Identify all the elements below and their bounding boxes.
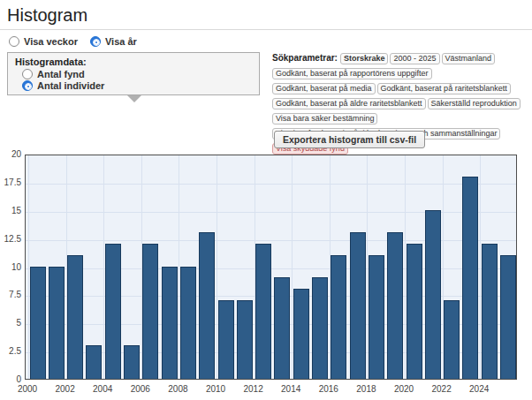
x-axis-tick-label: 2000 — [9, 384, 46, 394]
plot-area — [25, 155, 517, 380]
x-axis-tick-label: 2018 — [347, 384, 384, 394]
x-axis-tick-label: 2012 — [235, 384, 272, 394]
radio-icon[interactable] — [9, 36, 19, 47]
bar-2014[interactable] — [293, 289, 309, 379]
bar-2017[interactable] — [350, 232, 366, 379]
bar-2008[interactable] — [180, 267, 196, 380]
bar-2002[interactable] — [67, 255, 83, 379]
search-param-chip[interactable]: 2000 - 2025 — [390, 53, 439, 64]
bar-2000[interactable] — [30, 267, 46, 380]
radio-label: Visa år — [105, 36, 137, 47]
radio-label: Visa veckor — [24, 36, 78, 47]
x-axis-tick-label: 2010 — [197, 384, 234, 394]
x-axis-tick-label: 2014 — [272, 384, 309, 394]
collapse-arrow-icon[interactable] — [127, 95, 141, 102]
bar-2012[interactable] — [255, 244, 271, 379]
radio-label: Antal fynd — [37, 69, 85, 79]
x-axis-tick-label: 2020 — [385, 384, 422, 394]
x-axis-tick-label: 2016 — [310, 384, 347, 394]
bar-2006[interactable] — [142, 244, 158, 379]
export-csv-button[interactable]: Exportera histogram till csv-fil — [274, 131, 425, 148]
radio-label: Antal individer — [37, 80, 104, 91]
x-axis-tick-label: 2024 — [460, 384, 498, 394]
histogram-data-options: Antal fyndAntal individer — [15, 69, 252, 91]
view-toggle-group: Visa veckorVisa år — [9, 36, 137, 47]
search-param-chip[interactable]: Godkänt, baserat på äldre raritetsblanke… — [272, 98, 426, 109]
search-param-chip[interactable]: Godkänt, baserat på raritetsblankett — [377, 83, 511, 94]
y-axis-tick-label: 15 — [0, 206, 21, 215]
bar-2022[interactable] — [444, 300, 460, 379]
x-axis-tick-label: 2008 — [159, 384, 196, 394]
bar-2011[interactable] — [237, 300, 253, 379]
histogram-data-option-antal-fynd[interactable]: Antal fynd — [22, 69, 252, 79]
view-option-visa-r[interactable]: Visa år — [90, 36, 137, 47]
y-axis-tick-label: 2.5 — [0, 346, 21, 356]
search-param-chip[interactable]: Storskrake — [340, 53, 389, 64]
bar-2023[interactable] — [462, 177, 478, 380]
search-param-chip[interactable]: Godkänt, baserat på media — [272, 83, 376, 94]
histogram-chart: 02.557.51012.51517.520 20002002200420062… — [0, 152, 532, 400]
x-axis-tick-label: 2004 — [84, 384, 121, 394]
bar-2019[interactable] — [387, 232, 403, 379]
y-axis-tick-label: 17.5 — [0, 177, 21, 187]
page-title: Histogram — [7, 5, 87, 26]
bar-2003[interactable] — [86, 345, 102, 379]
radio-icon[interactable] — [22, 80, 33, 91]
y-axis-tick-label: 7.5 — [0, 290, 21, 299]
title-divider — [0, 29, 532, 30]
histogram-data-option-antal-individer[interactable]: Antal individer — [22, 80, 252, 91]
bar-2001[interactable] — [49, 267, 65, 380]
y-axis-tick-label: 5 — [0, 318, 21, 328]
radio-icon[interactable] — [90, 36, 101, 47]
bar-2018[interactable] — [369, 255, 384, 379]
bar-2004[interactable] — [105, 244, 121, 379]
bar-2020[interactable] — [407, 244, 422, 379]
y-axis-tick-label: 20 — [0, 149, 21, 159]
search-param-chip[interactable]: Visa bara säker bestämning — [272, 113, 377, 125]
histogram-data-fieldset: Histogramdata: Antal fyndAntal individer — [7, 52, 260, 95]
histogram-data-legend: Histogramdata: — [15, 57, 252, 67]
view-option-visa-veckor[interactable]: Visa veckor — [9, 36, 78, 47]
search-param-chip[interactable]: Säkerställd reproduktion — [428, 98, 521, 109]
radio-icon[interactable] — [22, 69, 33, 79]
bar-2025[interactable] — [500, 255, 516, 379]
search-param-chip[interactable]: Västmanland — [442, 53, 496, 64]
x-axis-tick-label: 2006 — [122, 384, 159, 394]
bar-2009[interactable] — [199, 232, 215, 379]
y-axis-tick-label: 10 — [0, 262, 21, 272]
bar-2007[interactable] — [162, 267, 178, 380]
y-axis-tick-label: 12.5 — [0, 234, 21, 244]
search-param-chip[interactable]: Godkänt, baserat på rapportörens uppgift… — [272, 68, 432, 79]
bar-2016[interactable] — [331, 255, 346, 379]
x-axis-tick-label: 2022 — [423, 384, 460, 394]
x-axis-tick-label: 2002 — [47, 384, 84, 394]
bar-2021[interactable] — [425, 210, 441, 379]
search-parameters-label: Sökparametrar: — [272, 53, 338, 63]
y-axis-tick-label: 0 — [0, 374, 21, 384]
bar-2024[interactable] — [482, 244, 498, 379]
bar-2005[interactable] — [124, 345, 140, 379]
bar-2013[interactable] — [274, 277, 290, 379]
bar-2015[interactable] — [312, 277, 328, 379]
bar-2010[interactable] — [218, 300, 234, 379]
